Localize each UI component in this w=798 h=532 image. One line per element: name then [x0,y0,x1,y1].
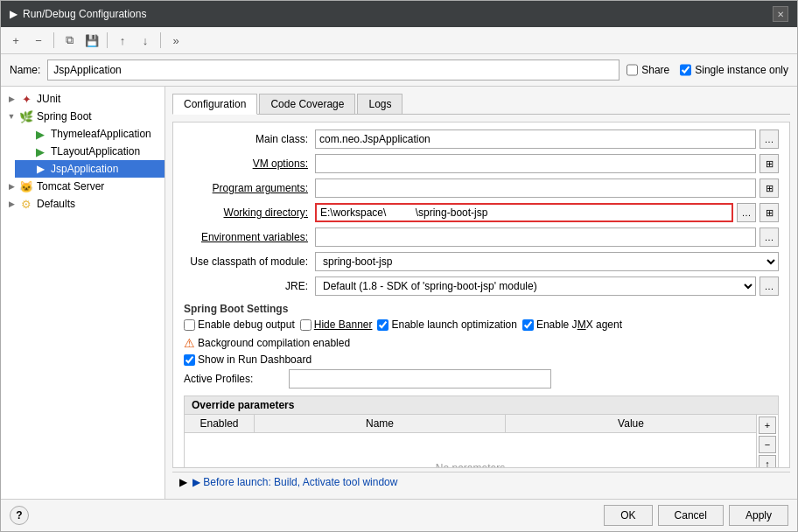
sidebar-item-junit[interactable]: ▶ ✦ JUnit [1,90,164,108]
classpath-label: Use classpath of module: [184,256,315,268]
more-button[interactable]: » [166,31,186,50]
sidebar-label-thymeleaf: ThymeleafApplication [51,128,151,140]
close-button[interactable]: ✕ [773,6,788,22]
jmx-m-underline: M [578,318,586,331]
sidebar-item-spring-boot[interactable]: ▼ 🌿 Spring Boot [1,108,164,125]
debug-output-checkbox[interactable] [184,319,195,331]
working-dir-wrap: … ⊞ [315,203,779,222]
show-dashboard-label: Show in Run Dashboard [198,354,312,366]
env-vars-label: Environment variables: [184,231,315,243]
settings-checkboxes-row1: Enable debug output Hide Banner Enable l… [184,318,779,350]
toolbar-separator-1 [53,32,54,48]
active-profiles-row: Active Profiles: [184,369,779,388]
sidebar-item-thymeleaf[interactable]: ▶ ThymeleafApplication [15,125,164,143]
sidebar-label-spring-boot: Spring Boot [37,110,92,122]
classpath-wrap: spring-boot-jsp [315,252,779,271]
dialog-icon: ▶ [10,8,18,20]
bottom-bar: ? OK Cancel Apply [1,499,797,531]
jre-browse-button[interactable]: … [760,276,779,296]
classpath-select[interactable]: spring-boot-jsp [315,252,779,271]
enable-launch-label: Enable launch optimization [391,318,516,331]
table-header: Enabled Name Value [185,415,756,433]
settings-checkboxes-row2: Show in Run Dashboard [184,354,779,366]
sidebar-item-tlayout[interactable]: ▶ TLayoutApplication [15,143,164,160]
ok-button[interactable]: OK [604,505,652,526]
vm-options-input[interactable] [315,154,756,173]
single-instance-checkbox[interactable] [680,60,691,80]
vm-options-expand-button[interactable]: ⊞ [760,154,779,173]
add-param-button[interactable]: + [759,416,776,434]
single-instance-label[interactable]: Single instance only [680,60,788,80]
table-body: No parameters [185,433,756,468]
main-class-input[interactable] [315,130,756,149]
sidebar-label-jsp: JspApplication [51,163,118,175]
show-dashboard-checkbox[interactable] [184,354,195,366]
sidebar-label-tlayout: TLayoutApplication [51,145,140,158]
tab-bar: Configuration Code Coverage Logs [172,94,790,115]
sidebar: ▶ ✦ JUnit ▼ 🌿 Spring Boot ▶ ThymeleafApp… [1,87,165,499]
sidebar-item-tomcat[interactable]: ▶ 🐱 Tomcat Server [1,178,164,195]
active-profiles-label: Active Profiles: [184,373,289,385]
toolbar: + − ⧉ 💾 ↑ ↓ » [1,27,797,54]
right-panel: Configuration Code Coverage Logs Main cl… [165,87,797,499]
override-table: Enabled Name Value No parameters [185,415,756,468]
sidebar-label-defaults: Defaults [37,198,75,210]
working-dir-browse-button[interactable]: … [737,203,756,222]
working-dir-input[interactable] [315,203,733,222]
add-config-button[interactable]: + [6,31,25,50]
bg-compilation-item: ⚠ Background compilation enabled [184,336,350,350]
remove-config-button[interactable]: − [29,31,48,50]
share-area: Share Single instance only [626,60,788,80]
hide-banner-checkbox[interactable] [300,319,312,331]
override-params-title: Override parameters [192,399,294,411]
expand-icon-defaults: ▶ [4,200,18,208]
tab-configuration[interactable]: Configuration [172,94,257,115]
before-launch-link[interactable]: ▶ Before launch: Build, Activate tool wi… [192,476,397,488]
tab-logs[interactable]: Logs [357,94,402,114]
env-vars-input[interactable] [315,228,756,247]
name-label: Name: [10,64,40,76]
enable-jmx-checkbox[interactable] [522,319,534,331]
copy-config-button[interactable]: ⧉ [60,31,79,50]
move-param-up-button[interactable]: ↑ [759,455,776,468]
move-up-button[interactable]: ↑ [113,31,132,50]
active-profiles-input[interactable] [289,369,551,388]
program-args-wrap: ⊞ [315,178,779,198]
name-input[interactable] [47,60,620,80]
main-class-browse-button[interactable]: … [760,130,779,149]
share-checkbox[interactable] [626,60,638,80]
env-vars-browse-button[interactable]: … [760,228,779,247]
program-args-expand-button[interactable]: ⊞ [760,178,779,198]
vm-options-label: VM options: [184,158,315,170]
single-instance-text: Single instance only [695,64,788,76]
sidebar-item-defaults[interactable]: ▶ ⚙ Defaults [1,195,164,213]
run-icon-jsp: ▶ [32,162,48,176]
bg-compilation-label: Background compilation enabled [198,337,350,349]
jre-row: JRE: Default (1.8 - SDK of 'spring-boot-… [184,276,779,296]
remove-param-button[interactable]: − [759,436,776,453]
sidebar-item-jsp[interactable]: ▶ JspApplication [15,160,164,178]
collapse-icon: ▶ [179,476,187,488]
main-class-row: Main class: … [184,130,779,149]
debug-output-item: Enable debug output [184,318,295,331]
col-value: Value [506,415,756,432]
working-dir-expand-button[interactable]: ⊞ [760,203,779,222]
program-args-input[interactable] [315,178,756,198]
window-controls: ✕ [773,6,788,22]
expand-icon-tomcat: ▶ [4,182,18,191]
move-down-button[interactable]: ↓ [136,31,155,50]
run-debug-dialog: ▶ Run/Debug Configurations ✕ + − ⧉ 💾 ↑ ↓… [0,0,798,532]
before-launch-section: ▶ ▶ Before launch: Build, Activate tool … [172,472,790,492]
tab-code-coverage[interactable]: Code Coverage [259,94,355,114]
share-checkbox-label[interactable]: Share [626,60,669,80]
expand-icon-spring-boot: ▼ [4,112,18,121]
enable-launch-checkbox[interactable] [377,319,388,331]
save-config-button[interactable]: 💾 [82,31,102,50]
jre-select[interactable]: Default (1.8 - SDK of 'spring-boot-jsp' … [315,276,756,296]
program-args-label: Program arguments: [184,182,315,194]
help-button[interactable]: ? [10,506,29,525]
form-area: Main class: … VM options: ⊞ Pr [172,122,790,468]
cancel-button[interactable]: Cancel [658,505,724,526]
apply-button[interactable]: Apply [729,505,788,526]
toolbar-separator-3 [160,32,161,48]
